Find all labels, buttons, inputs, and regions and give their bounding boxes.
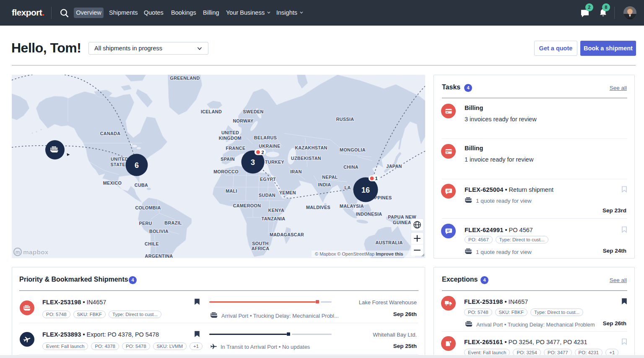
svg-text:m: m — [16, 249, 20, 255]
svg-text:SWEDEN: SWEDEN — [243, 109, 263, 114]
svg-text:MEXICO: MEXICO — [103, 180, 122, 186]
svg-text:IRAN: IRAN — [290, 169, 302, 174]
svg-text:PERU: PERU — [139, 221, 152, 226]
svg-text:ICELAND: ICELAND — [201, 109, 222, 114]
svg-text:JAPAN: JAPAN — [386, 164, 402, 169]
svg-text:NORWAY: NORWAY — [233, 118, 254, 123]
svg-text:NEPAL: NEPAL — [322, 175, 338, 180]
svg-text:TURKEY: TURKEY — [265, 159, 285, 165]
svg-text:MALAYSIA: MALAYSIA — [340, 204, 364, 209]
svg-text:© Mapbox © OpenStreetMap Impro: © Mapbox © OpenStreetMap Improve this — [315, 251, 403, 256]
svg-text:SOUTH: SOUTH — [252, 241, 268, 246]
svg-text:MONGOLIA: MONGOLIA — [340, 147, 366, 152]
svg-text:CHILE: CHILE — [145, 241, 159, 246]
svg-text:UNITED: UNITED — [221, 130, 239, 135]
svg-text:CAMEROON: CAMEROON — [233, 203, 261, 208]
svg-text:COLOMBIA: COLOMBIA — [135, 205, 161, 210]
svg-text:SUDAN: SUDAN — [259, 193, 275, 198]
svg-text:ARGENTINA: ARGENTINA — [145, 253, 173, 258]
svg-text:SPAIN: SPAIN — [221, 157, 235, 162]
svg-text:UKRAINE: UKRAINE — [259, 144, 280, 149]
svg-text:MADAGASCAR: MADAGASCAR — [270, 232, 304, 237]
svg-text:GUINEA: GUINEA — [393, 220, 411, 225]
svg-text:CHINA: CHINA — [343, 165, 358, 170]
svg-text:INDIA: INDIA — [318, 182, 331, 187]
svg-text:BELARUS: BELARUS — [254, 135, 277, 140]
svg-text:RUSSIA: RUSSIA — [336, 117, 354, 122]
svg-text:KINGDOM: KINGDOM — [219, 136, 242, 141]
svg-text:GREENLAND: GREENLAND — [170, 76, 200, 81]
svg-text:BRAZIL: BRAZIL — [164, 220, 182, 225]
svg-text:LA: LA — [345, 185, 351, 190]
svg-text:MALI: MALI — [226, 188, 237, 193]
svg-text:BOLIVIA: BOLIVIA — [149, 229, 169, 234]
svg-text:UZBEKISTAN: UZBEKISTAN — [291, 156, 321, 161]
svg-text:16: 16 — [361, 186, 370, 194]
svg-text:AUSTRALIA: AUSTRALIA — [375, 240, 402, 245]
svg-text:6: 6 — [135, 161, 139, 170]
svg-text:2: 2 — [261, 150, 264, 155]
svg-text:YEMEN: YEMEN — [279, 190, 296, 195]
svg-text:INDONESIA: INDONESIA — [356, 212, 382, 217]
svg-text:KAZAKHSTAN: KAZAKHSTAN — [295, 145, 327, 150]
svg-text:3: 3 — [251, 158, 255, 167]
svg-text:1: 1 — [375, 176, 377, 181]
svg-text:EGYPT: EGYPT — [260, 177, 276, 182]
svg-text:MOROCCO: MOROCCO — [213, 169, 239, 174]
svg-text:CUBA: CUBA — [135, 183, 148, 188]
svg-text:TANZANIA: TANZANIA — [262, 216, 286, 221]
svg-text:FRANCE: FRANCE — [226, 146, 246, 151]
svg-text:KENYA: KENYA — [268, 208, 284, 213]
svg-text:AFRICA: AFRICA — [252, 246, 270, 251]
svg-text:MALDIVES: MALDIVES — [306, 205, 330, 210]
svg-text:mapbox: mapbox — [23, 248, 49, 256]
svg-text:UNITED: UNITED — [111, 157, 128, 162]
svg-text:PPINES: PPINES — [374, 195, 392, 200]
svg-text:CANADA: CANADA — [100, 131, 121, 136]
